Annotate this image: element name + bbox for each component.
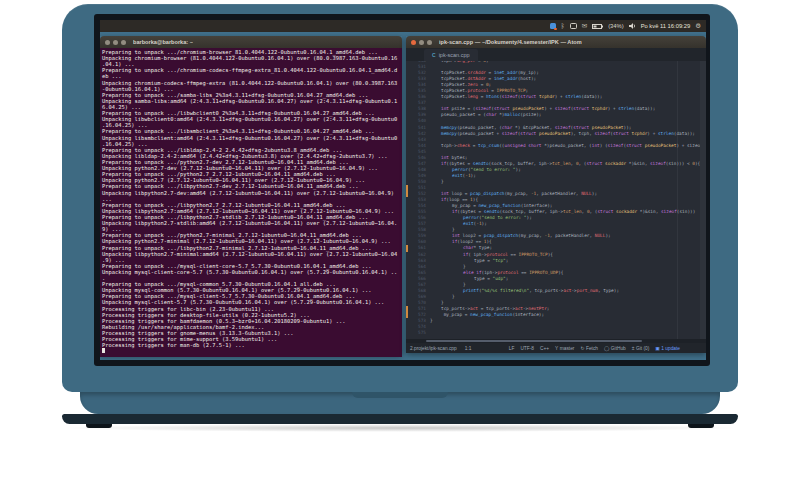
terminal-line: Processing triggers for man-db (2.7.5-1)… <box>102 342 400 348</box>
atom-titlebar[interactable]: ipk-scan.cpp — ~/Dokumenty/4.semester/IP… <box>406 36 706 48</box>
atom-editor[interactable]: 530tcph->urg_ptr = 0;531532tcpPacket.src… <box>406 61 706 339</box>
horizontal-scrollbar[interactable] <box>406 339 706 343</box>
terminal-line: Unpacking mysql-client-core-5.7 (5.7.30-… <box>102 269 400 275</box>
fetch-icon: ↻ <box>580 346 584 351</box>
terminal-line: Preparing to unpack .../libpython2.7-min… <box>102 245 400 251</box>
atom-window: ipk-scan.cpp — ~/Dokumenty/4.semester/IP… <box>406 36 706 353</box>
close-icon[interactable] <box>411 40 416 45</box>
terminal-line: Unpacking mysql-client-5.7 (5.7.30-0ubun… <box>102 299 400 305</box>
menubar: ᛒ ✉ (34%) Po kvě 11 16 <box>100 20 706 32</box>
mail-icon[interactable]: ✉ <box>582 23 587 29</box>
battery-percentage: (34%) <box>608 23 623 29</box>
atom-statusbar: 2.projekt/ipk-scan.cpp 1:1 LFUTF-8C++Yma… <box>406 343 706 353</box>
laptop-shadow <box>58 424 742 432</box>
volume-icon[interactable] <box>629 23 636 29</box>
status-right: LFUTF-8C++Ymaster↻Fetch◯GitHub±Git (0)▣1… <box>509 346 680 351</box>
code-line: 575 <box>406 330 706 336</box>
terminal-line: Unpacking libsmbclient:amd64 (2:4.3.11+d… <box>102 135 400 141</box>
status-item-git-0-[interactable]: ±Git (0) <box>632 346 649 351</box>
tab-label: ipk-scan.cpp <box>439 52 470 58</box>
close-icon[interactable] <box>105 40 110 45</box>
terminal-cursor <box>102 348 105 353</box>
minimize-icon[interactable] <box>113 40 118 45</box>
session-gear-icon[interactable]: ⚙ <box>695 23 701 29</box>
maximize-icon[interactable] <box>121 40 126 45</box>
terminal-line: Unpacking libpython2.7-stdlib:amd64 (2.7… <box>102 220 400 226</box>
status-item-fetch[interactable]: ↻Fetch <box>580 346 598 351</box>
status-item-github[interactable]: ◯GitHub <box>604 346 626 351</box>
terminal-line: Preparing to unpack .../libsmbclient_2%3… <box>102 128 400 134</box>
laptop-base-edge <box>62 414 738 424</box>
battery-icon[interactable] <box>592 24 603 29</box>
page: ᛒ ✉ (34%) Po kvě 11 16 <box>0 0 800 477</box>
terminal-line: Unpacking samba-libs:amd64 (2:4.3.11+dfs… <box>102 98 400 104</box>
status-item-master[interactable]: Ymaster <box>555 346 574 351</box>
terminal-line: Preparing to unpack .../chromium-codecs-… <box>102 67 400 73</box>
minimize-icon[interactable] <box>419 40 424 45</box>
github-icon: ◯ <box>604 346 609 351</box>
git-icon: ± <box>632 346 635 351</box>
terminal-line: Unpacking chromium-browser (81.0.4044.12… <box>102 55 400 61</box>
system-tray: ᛒ ✉ (34%) Po kvě 11 16 <box>550 20 701 32</box>
atom-tabbar: C ipk-scan.cpp <box>406 48 706 61</box>
terminal-titlebar[interactable]: barborka@barborka: ~ <box>100 36 402 48</box>
line-number[interactable]: 575 <box>406 330 430 336</box>
status-item-1-update[interactable]: ▣1 update <box>655 346 680 351</box>
terminal-line: Unpacking python2.7-minimal (2.7.12-1ubu… <box>102 238 400 244</box>
laptop-hinge-notch <box>352 392 448 398</box>
terminal-title: barborka@barborka: ~ <box>133 39 193 45</box>
editor-scrollbar[interactable] <box>700 61 706 339</box>
cpp-file-icon: C <box>432 52 436 58</box>
branch-icon: Y <box>555 346 558 351</box>
terminal-window: barborka@barborka: ~ Preparing to unpack… <box>100 36 402 355</box>
status-item-lf[interactable]: LF <box>509 346 515 351</box>
terminal-line: Unpacking libpython2.7-dev:amd64 (2.7.12… <box>102 190 400 196</box>
atom-code-lines: 530tcph->urg_ptr = 0;531532tcpPacket.src… <box>406 61 706 336</box>
status-file-path[interactable]: 2.projekt/ipk-scan.cpp <box>410 346 457 351</box>
status-cursor-position[interactable]: 1:1 <box>465 346 472 351</box>
terminal-line: Unpacking libpython2.7-minimal:amd64 (2.… <box>102 251 400 257</box>
clock[interactable]: Po kvě 11 16:09:29 <box>641 23 691 29</box>
keyboard-indicator-icon[interactable] <box>570 23 577 29</box>
terminal-line: Unpacking chromium-codecs-ffmpeg-extra (… <box>102 80 400 86</box>
code-line: 542memcpy(pseudo_packet + sizeof(struct … <box>406 131 706 137</box>
status-item-c-[interactable]: C++ <box>540 346 549 351</box>
wrap-guide <box>677 61 678 339</box>
update-icon: ▣ <box>655 346 660 351</box>
code-line: 544tcph->check = tcp_csum((unsigned shor… <box>406 143 706 149</box>
bluetooth-icon[interactable]: ᛒ <box>561 23 565 29</box>
desktop: ᛒ ✉ (34%) Po kvě 11 16 <box>100 20 706 360</box>
atom-title: ipk-scan.cpp — ~/Dokumenty/4.semester/IP… <box>439 39 582 45</box>
terminal-line: Preparing to unpack .../libpython2.7-dev… <box>102 183 400 189</box>
terminal-body[interactable]: Preparing to unpack .../chromium-browser… <box>100 48 402 357</box>
terminal-line: Preparing to unpack .../samba-libs_2%3a4… <box>102 92 400 98</box>
status-item-utf-8[interactable]: UTF-8 <box>520 346 534 351</box>
tab-ipk-scan[interactable]: C ipk-scan.cpp <box>424 49 478 61</box>
app-indicator-icon[interactable] <box>550 23 556 29</box>
maximize-icon[interactable] <box>427 40 432 45</box>
